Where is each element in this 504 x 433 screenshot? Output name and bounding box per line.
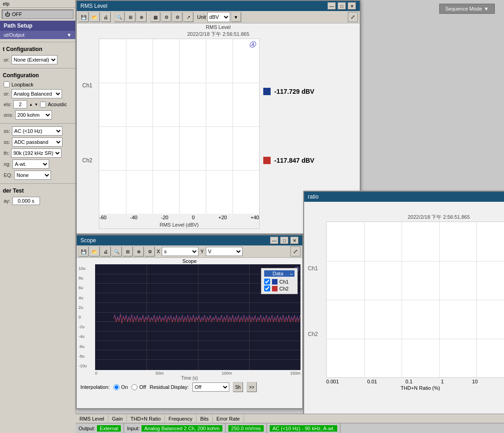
help-menu[interactable]: elp xyxy=(0,0,75,8)
spin-up-icon[interactable]: ▲ xyxy=(29,103,33,107)
acoustic-checkbox[interactable] xyxy=(40,102,46,108)
connector-select[interactable]: Analog Balanced xyxy=(11,89,62,98)
y-label-n2u: -2u xyxy=(79,325,94,329)
taskbar-thdn-ratio[interactable]: THD+N Ratio xyxy=(127,415,165,422)
rms-ch1-value: -117.729 dBV xyxy=(274,88,314,95)
scope-data-panel: Data – Ch1 Ch2 xyxy=(261,268,298,294)
toolbar-print-btn[interactable]: 🖨 xyxy=(101,12,111,22)
scope-y-labels: 10u 8u 6u 4u 2u 0 -2u -4u -6u -8u -10u xyxy=(79,264,95,370)
scope-zoom-btn[interactable]: 🔍 xyxy=(112,246,122,256)
scope-crosshair-btn[interactable]: ⊕ xyxy=(134,246,144,256)
scope-waveform-area: Ⓐ Data – xyxy=(95,264,300,370)
taskbar-bits[interactable]: Bits xyxy=(197,415,213,422)
channels-label: els: xyxy=(4,102,11,107)
data-panel-close-btn[interactable]: – xyxy=(290,271,293,276)
impedance-select[interactable]: 200 kohm xyxy=(15,110,52,120)
thdn-x-4: 1 xyxy=(441,379,444,384)
toolbar-export-btn[interactable]: ↗ xyxy=(183,12,193,22)
scope-y-unit-select[interactable]: V xyxy=(206,247,243,256)
thdn-grid-v-3 xyxy=(439,222,440,377)
channels-input[interactable] xyxy=(13,100,27,108)
thdn-toolbar-area: ⤢ xyxy=(304,202,504,214)
coupling-select[interactable]: AC (<10 Hz) xyxy=(12,126,62,136)
generator-label: or: xyxy=(4,57,10,63)
data-ch1-checkbox[interactable] xyxy=(264,279,270,285)
thdn-x-5: 10 xyxy=(472,379,478,384)
input-output-bar[interactable]: ut/Output ▼ xyxy=(0,31,75,39)
scope-maximize-btn[interactable]: □ xyxy=(280,237,289,244)
unit-dropdown-btn[interactable]: ▼ xyxy=(231,12,241,22)
status-output: Output: External xyxy=(76,423,124,433)
level-test-section: der Test ay: xyxy=(0,183,75,206)
toolbar-grid-btn[interactable]: ⊞ xyxy=(125,12,136,22)
loopback-checkbox[interactable] xyxy=(4,81,10,87)
scope-x-150m: 150m xyxy=(290,371,300,376)
scope-x-unit-select[interactable]: s xyxy=(162,247,198,256)
scope-minimize-btn[interactable]: — xyxy=(270,237,278,244)
toolbar-table-btn[interactable]: ▦ xyxy=(150,12,160,22)
taskbar-rms-level[interactable]: RMS Level xyxy=(76,415,108,422)
scope-config2-btn[interactable]: ⚙ xyxy=(145,246,155,256)
scope-grid-btn[interactable]: ⊞ xyxy=(123,246,133,256)
scope-close-btn[interactable]: ✕ xyxy=(290,237,299,244)
delay-input[interactable] xyxy=(12,197,40,205)
rms-toolbar: 💾 📂 🖨 🔍 ⊞ ⊕ ▦ ⚙ ⚙ ↗ Unit dBV V dBu ▼ ⤢ xyxy=(77,11,360,23)
toolbar-save-btn[interactable]: 💾 xyxy=(79,12,89,22)
channels-row: els: ▲ ▼ Acoustic xyxy=(0,99,75,109)
eq-select[interactable]: None xyxy=(14,171,51,180)
power-toggle[interactable]: ⏻ OFF xyxy=(2,10,74,19)
interpolation-off-group: Off xyxy=(131,384,146,390)
toggle-label: OFF xyxy=(12,11,22,17)
spin-down-icon[interactable]: ▼ xyxy=(34,103,38,107)
rms-maximize-btn[interactable]: □ xyxy=(338,2,346,10)
expand-all-btn[interactable]: >> xyxy=(247,382,257,392)
data-ch1-item: Ch1 xyxy=(264,278,294,285)
toolbar-crosshair-btn[interactable]: ⊕ xyxy=(136,12,147,22)
sh-button[interactable]: Sh xyxy=(233,382,243,392)
toolbar-config-btn[interactable]: ⚙ xyxy=(161,12,171,22)
bandwidth-select[interactable]: ADC passband xyxy=(12,137,62,147)
toolbar-zoom-btn[interactable]: 🔍 xyxy=(114,12,125,22)
data-ch1-label: Ch1 xyxy=(279,279,289,285)
samplerate-select[interactable]: 90k (192 kHz SR) xyxy=(11,148,62,158)
status-filter-value: AC (<10 Hz) - 90 kHz, A-wt. xyxy=(270,425,337,432)
generator-select[interactable]: None (External) xyxy=(11,55,57,64)
data-ch2-checkbox[interactable] xyxy=(264,285,270,291)
rms-ch2-value: -117.847 dBV xyxy=(274,157,314,164)
toolbar-settings-btn[interactable]: ⚙ xyxy=(172,12,182,22)
weighting-select[interactable]: A-wt. xyxy=(12,160,49,169)
bandwidth-row: ss: ADC passband xyxy=(0,137,75,148)
taskbar-error-rate[interactable]: Error Rate xyxy=(213,415,244,422)
scope-open-btn[interactable]: 📂 xyxy=(90,246,100,256)
x-label-5: +20 xyxy=(218,215,227,220)
interpolation-on-radio[interactable] xyxy=(113,384,119,390)
taskbar-frequency[interactable]: Frequency xyxy=(165,415,197,422)
status-level-value: 250.0 mVrms xyxy=(228,425,264,432)
thdn-grid-area xyxy=(326,222,504,378)
eq-row: EQ: None xyxy=(0,170,75,181)
expand-btn[interactable]: ⤢ xyxy=(348,12,358,22)
scope-expand-btn[interactable]: ⤢ xyxy=(290,246,300,256)
scope-chart-title: Scope xyxy=(77,258,302,264)
rms-ch1-result: -117.729 dBV xyxy=(263,88,352,95)
interpolation-off-label: Off xyxy=(139,384,146,390)
unit-select[interactable]: dBV V dBu xyxy=(207,12,230,22)
scope-toolbar: 💾 📂 🖨 🔍 ⊞ ⊕ ⚙ X s Y V ⤢ xyxy=(77,245,302,258)
data-ch2-item: Ch2 xyxy=(264,285,294,292)
scope-x-50m: 50m xyxy=(155,371,164,376)
sequence-mode-button[interactable]: Sequence Mode ▼ xyxy=(439,4,495,14)
scope-print-btn[interactable]: 🖨 xyxy=(101,246,111,256)
scope-save-btn[interactable]: 💾 xyxy=(79,246,89,256)
interpolation-off-radio[interactable] xyxy=(131,384,137,390)
rms-titlebar: RMS Level — □ ✕ xyxy=(77,1,360,11)
thdn-chart-wrapper: Ⓐ Ch1 Ch2 xyxy=(308,222,504,391)
power-icon: ⏻ xyxy=(5,11,10,17)
thdn-x-axis-label: THD+N Ratio (%) xyxy=(326,385,504,391)
x-label-4: 0 xyxy=(192,215,195,220)
toolbar-open-btn[interactable]: 📂 xyxy=(90,12,100,22)
rms-close-btn[interactable]: ✕ xyxy=(348,2,356,10)
loopback-row: Loopback xyxy=(0,80,75,88)
taskbar-gain[interactable]: Gain xyxy=(108,415,127,422)
residual-select[interactable]: Off On xyxy=(193,382,229,392)
rms-minimize-btn[interactable]: — xyxy=(328,2,336,10)
